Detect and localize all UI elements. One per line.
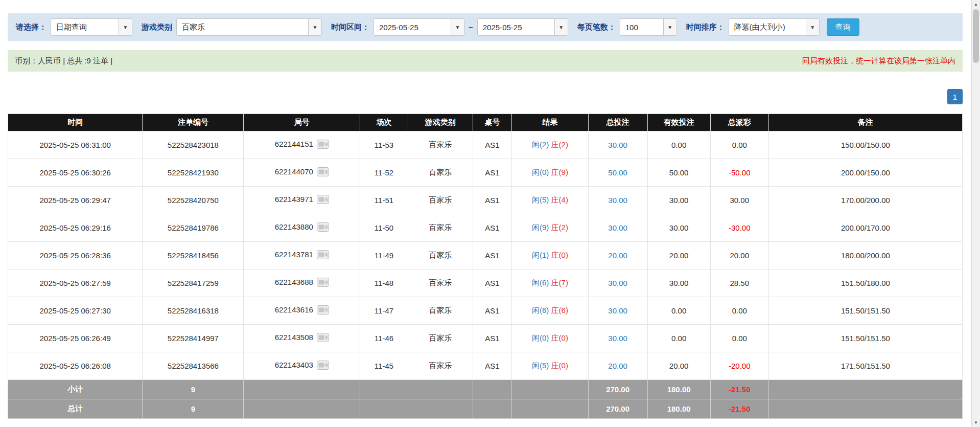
column-header: 局号 <box>244 114 360 131</box>
cell-time: 2025-05-25 06:29:47 <box>8 187 143 214</box>
total-bet-link[interactable]: 30.00 <box>608 141 627 149</box>
date-range-label: 时间区间： <box>331 23 369 32</box>
cell-bet-id: 522528419786 <box>143 214 244 242</box>
page-number-button[interactable]: 1 <box>947 89 963 104</box>
cell-total-bet: 30.00 <box>588 187 647 214</box>
cell-time: 2025-05-25 06:27:59 <box>8 269 143 297</box>
total-bet-link[interactable]: 20.00 <box>608 362 627 370</box>
date-to-select[interactable]: 2025-05-25 ▼ <box>477 18 568 36</box>
total-label: 总计 <box>8 399 143 419</box>
table-header-row: 时间注单编号局号场次游戏类别桌号结果总投注有效投注总派彩备注 <box>8 114 963 131</box>
table-row: 2025-05-25 06:28:36522528418456622143781… <box>8 242 963 269</box>
cell-result: 闲(6) 庄(6) <box>512 297 588 325</box>
game-type-label: 游戏类别 <box>142 23 172 32</box>
table-row: 2025-05-25 06:29:16522528419786622143880… <box>8 214 963 242</box>
cell-game-type: 百家乐 <box>408 187 473 214</box>
cell-result: 闲(5) 庄(4) <box>512 187 588 214</box>
cell-total-bet: 30.00 <box>588 131 647 159</box>
notice-text: 同局有效投注，统一计算在该局第一张注单内 <box>802 56 955 66</box>
cell-bet-id: 522528421930 <box>143 159 244 187</box>
column-header: 场次 <box>360 114 408 131</box>
chevron-down-icon[interactable]: ▼ <box>806 19 819 35</box>
round-number: 622144070 <box>275 167 313 176</box>
cell-remark: 171.50/151.50 <box>768 352 962 380</box>
cell-remark: 180.00/200.00 <box>768 242 962 269</box>
cell-table-no: AS1 <box>473 187 512 214</box>
cell-table-no: AS1 <box>473 325 512 352</box>
replay-video-icon[interactable] <box>317 140 329 150</box>
cell-total-bet: 30.00 <box>588 297 647 325</box>
pagination: 1 <box>8 89 963 104</box>
column-header: 注单编号 <box>143 114 244 131</box>
replay-video-icon[interactable] <box>317 167 329 178</box>
chevron-down-icon[interactable]: ▼ <box>663 19 676 35</box>
cell-result: 闲(2) 庄(2) <box>512 131 588 159</box>
cell-table-no: AS1 <box>473 269 512 297</box>
column-header: 备注 <box>768 114 962 131</box>
cell-table-no: AS1 <box>473 214 512 242</box>
cell-total-bet: 30.00 <box>588 325 647 352</box>
cell-game-type: 百家乐 <box>408 214 473 242</box>
cell-valid-bet: 30.00 <box>647 214 710 242</box>
subtotal-valid-bet: 180.00 <box>647 380 710 399</box>
scroll-up-arrow-icon[interactable]: ▲ <box>972 0 980 9</box>
chevron-down-icon[interactable]: ▼ <box>119 19 132 35</box>
result-player: 闲(2) <box>532 140 549 149</box>
replay-video-icon[interactable] <box>317 222 329 233</box>
cell-result: 闲(1) 庄(0) <box>512 242 588 269</box>
result-banker: 庄(9) <box>551 168 568 176</box>
replay-video-icon[interactable] <box>317 195 329 206</box>
cell-remark: 151.50/151.50 <box>768 325 962 352</box>
total-bet-link[interactable]: 30.00 <box>608 196 627 205</box>
replay-video-icon[interactable] <box>317 278 329 288</box>
result-player: 闲(0) <box>532 333 549 342</box>
replay-video-icon[interactable] <box>317 333 329 344</box>
cell-result: 闲(5) 庄(0) <box>512 352 588 380</box>
empty-cell <box>473 380 512 399</box>
empty-cell <box>512 399 588 419</box>
total-bet-link[interactable]: 50.00 <box>608 168 627 177</box>
empty-cell <box>512 380 588 399</box>
cell-payout: 0.00 <box>710 325 768 352</box>
result-banker: 庄(0) <box>551 361 568 370</box>
filter-bar: 请选择： 日期查询 ▼ 游戏类别 百家乐 ▼ 时间区间： 2025-05-25 … <box>8 13 963 41</box>
cell-valid-bet: 20.00 <box>647 242 710 269</box>
summary-bar: 币别：人民币 | 总共 :9 注单 | 同局有效投注，统一计算在该局第一张注单内 <box>8 50 963 72</box>
chevron-down-icon[interactable]: ▼ <box>451 19 464 35</box>
subtotal-payout: -21.50 <box>710 380 768 399</box>
query-mode-select[interactable]: 日期查询 ▼ <box>51 18 132 36</box>
cell-table-no: AS1 <box>473 352 512 380</box>
chevron-down-icon[interactable]: ▼ <box>308 19 321 35</box>
cell-payout: -20.00 <box>710 352 768 380</box>
result-banker: 庄(2) <box>551 223 568 232</box>
sort-select[interactable]: 降冪(由大到小) ▼ <box>729 18 820 36</box>
total-bet-link[interactable]: 30.00 <box>608 279 627 287</box>
cell-bet-id: 522528414997 <box>143 325 244 352</box>
date-from-select[interactable]: 2025-05-25 ▼ <box>374 18 464 36</box>
cell-table-no: AS1 <box>473 297 512 325</box>
cell-valid-bet: 0.00 <box>647 297 710 325</box>
round-number: 622143508 <box>275 333 313 342</box>
replay-video-icon[interactable] <box>317 361 329 371</box>
cell-table-no: AS1 <box>473 242 512 269</box>
total-bet-link[interactable]: 30.00 <box>608 306 627 315</box>
vertical-scrollbar[interactable]: ▲ ▼ <box>971 0 980 427</box>
total-total-bet: 270.00 <box>588 399 647 419</box>
round-number: 622144151 <box>275 140 313 148</box>
replay-video-icon[interactable] <box>317 305 329 316</box>
column-header: 游戏类别 <box>408 114 473 131</box>
game-type-select[interactable]: 百家乐 ▼ <box>176 18 322 36</box>
total-bet-link[interactable]: 30.00 <box>608 223 627 232</box>
scrollbar-thumb[interactable] <box>973 9 979 63</box>
cell-time: 2025-05-25 06:26:49 <box>8 325 143 352</box>
cell-result: 闲(6) 庄(7) <box>512 269 588 297</box>
cell-game-type: 百家乐 <box>408 159 473 187</box>
total-bet-link[interactable]: 30.00 <box>608 334 627 343</box>
replay-video-icon[interactable] <box>317 250 329 261</box>
table-row: 2025-05-25 06:27:30522528416318622143616… <box>8 297 963 325</box>
chevron-down-icon[interactable]: ▼ <box>554 19 568 35</box>
page-size-select[interactable]: 100 ▼ <box>620 18 677 36</box>
scroll-down-arrow-icon[interactable]: ▼ <box>972 418 980 427</box>
search-button[interactable]: 查询 <box>827 18 859 36</box>
total-bet-link[interactable]: 20.00 <box>608 251 627 260</box>
